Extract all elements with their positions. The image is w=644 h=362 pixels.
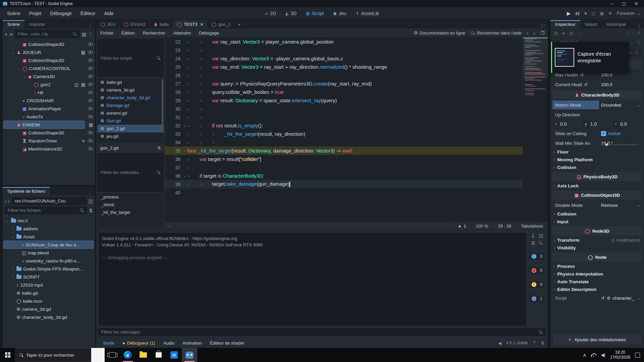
script-item-gun_2.gd[interactable]: ⚙gun_2.gd	[98, 125, 164, 132]
switcher-2d[interactable]: ▱2D	[262, 9, 279, 17]
group-physics-interpolation[interactable]: ›Physics Interpolation	[552, 270, 642, 278]
method-item-_hit_the_target[interactable]: _hit_the_target	[98, 208, 164, 216]
scene-tab-test3[interactable]: ◯TEST3✕	[173, 20, 207, 28]
run-settings-icon[interactable]: ⚙	[608, 11, 612, 16]
taskbar-app-edge[interactable]: e	[120, 348, 136, 362]
tree-expand-icon[interactable]: ›	[11, 275, 15, 279]
chevron-down-icon[interactable]: ⌄	[637, 203, 642, 207]
group-floor[interactable]: ›Floor	[552, 148, 642, 156]
fold-arrow-icon[interactable]: ⌄	[182, 149, 187, 153]
fs-item-balle-tscn[interactable]: ◯balle.tscn	[3, 297, 95, 305]
taskbar-search-input[interactable]: Taper ici pour rechercher	[15, 348, 91, 362]
fs-back-button[interactable]: ‹	[5, 198, 6, 204]
script-item-damage.gd[interactable]: ⚙Damage.gd	[98, 102, 164, 109]
code-line-38[interactable]: 38⌄»if target is CharacterBody3D:	[165, 172, 548, 180]
resource-more-icon[interactable]: ⋮	[578, 31, 582, 36]
methods-sort-button[interactable]: ⇅	[157, 145, 161, 150]
scene-node-gun2[interactable]: ◯gun2◫▤	[3, 80, 95, 88]
tree-expand-icon[interactable]: ›	[11, 227, 15, 231]
start-button[interactable]	[0, 352, 15, 358]
property-wall-min-slide-an[interactable]: Wall Min Slide An15.0 °	[552, 138, 642, 148]
property-disable-mode[interactable]: Disable ModeRemove⌄	[552, 200, 642, 210]
code-line-34[interactable]: 34»»»	[165, 138, 548, 146]
code-line-25[interactable]: 25»»var ray_end: Vector3 = ray_start + r…	[165, 63, 548, 71]
history-forward-icon[interactable]: ›	[632, 31, 634, 36]
switcher-3d[interactable]: ◭3D	[282, 9, 300, 17]
editor-menu-fichier[interactable]: Fichier	[96, 29, 117, 37]
code-line-27[interactable]: 27»»var query := PhysicsRayQueryParamete…	[165, 79, 548, 88]
chevron-down-icon[interactable]: ⌄	[630, 40, 634, 45]
group-collision[interactable]: ›Collision	[552, 210, 642, 218]
fs-item-script[interactable]: ›SCRIPT	[3, 273, 95, 281]
code-line-29[interactable]: 29»»var result: Dictionary = space_state…	[165, 96, 548, 105]
scene-dock-more-button[interactable]: ⋮	[85, 23, 95, 28]
tab-filesystem[interactable]: Système de fichiers	[3, 187, 50, 195]
scripts-filter-input[interactable]: Filtrer les scripts	[98, 39, 164, 77]
new-resource-icon[interactable]: ▤	[554, 31, 558, 36]
tab-scène[interactable]: Scène	[3, 20, 24, 28]
bottom-tab-animation[interactable]: Animation	[179, 339, 205, 347]
axis-x-field[interactable]: x0.0	[553, 121, 581, 127]
pin-bottom-panel-icon[interactable]: ⊤	[533, 341, 536, 346]
group-editor-description[interactable]: ›Editor Description	[552, 286, 642, 293]
minimize-button[interactable]: ─	[610, 1, 613, 6]
scene-node-audiotir[interactable]: ♪AudioTir	[3, 113, 95, 121]
code-line-31[interactable]: 31»»	[165, 113, 548, 121]
volume-icon[interactable]: ◀)	[601, 353, 605, 357]
scene-tab-jeu[interactable]: ◯JEU	[96, 20, 119, 28]
bottom-tab--diteur-de-shader[interactable]: Éditeur de shader	[207, 339, 248, 347]
expand-bottom-panel-icon[interactable]: ⇅	[541, 341, 544, 346]
code-minimap[interactable]	[523, 38, 548, 222]
float-window-icon[interactable]: ❐	[540, 31, 544, 36]
code-line-39[interactable]: 39»»target.take_damage(gun_damage)	[165, 180, 548, 188]
property-tools-icon[interactable]: ⇅	[635, 50, 638, 55]
editor-menu-édition[interactable]: Édition	[117, 29, 139, 37]
task-view-button[interactable]	[105, 348, 120, 362]
minimap-viewport[interactable]	[523, 38, 548, 78]
online-docs-link[interactable]: ⧉Documentation en ligne	[414, 30, 465, 36]
taskbar-app-explorer[interactable]	[136, 348, 151, 362]
code-line-28[interactable]: 28»»query.collide_with_bodies = true	[165, 88, 548, 96]
fs-split-mode-button[interactable]: ◫	[89, 198, 93, 204]
messages-badge[interactable]: !3	[529, 253, 545, 260]
editor-menu-atteindre[interactable]: Atteindre	[169, 29, 195, 37]
current-script-row[interactable]: gun_2.gd ⇅	[98, 144, 164, 152]
switcher-jeu[interactable]: ◉Jeu	[330, 9, 350, 17]
methods-filter-input[interactable]: Filtrer les méthodes	[98, 153, 164, 191]
script-item-jeu.gd[interactable]: ⚙jeu.gd	[98, 132, 164, 140]
history-back-icon[interactable]: ‹	[527, 31, 528, 36]
fs-item-12019-mp3[interactable]: ♪12019.mp3	[3, 281, 95, 289]
menu-projet[interactable]: Projet	[25, 9, 45, 18]
visibility-eye-icon[interactable]	[88, 91, 93, 94]
collapse-scripts-panel-button[interactable]: ‹	[165, 224, 174, 229]
messages-filter-input[interactable]: Filtrer les messages	[98, 328, 546, 336]
property-slider[interactable]	[601, 144, 639, 145]
tree-collapse-icon[interactable]: ⌄	[5, 219, 9, 223]
editor-menu-rechercher[interactable]: Rechercher	[139, 29, 169, 37]
code-line-36[interactable]: 36»var target = result["collider"]	[165, 155, 548, 163]
wifi-icon[interactable]	[591, 353, 596, 357]
filesystem-more-button[interactable]: ⋮	[85, 190, 95, 195]
visibility-eye-icon[interactable]	[88, 75, 93, 78]
errors-badge[interactable]: ✕0	[529, 267, 545, 274]
property-motion-mode[interactable]: Motion ModeGrounded⌄	[552, 100, 642, 110]
menu-aide[interactable]: Aide	[100, 9, 117, 18]
fs-item-addons[interactable]: ›addons	[3, 225, 95, 233]
scene-node-joueur[interactable]: ⌄♟JOUEUR▤	[3, 48, 95, 56]
code-line-26[interactable]: 26»»	[165, 71, 548, 79]
instance-scene-button[interactable]: ∞	[9, 32, 13, 37]
scene-node-meshinstance3d[interactable]: ◪MeshInstance3D	[3, 145, 95, 153]
scene-node-collisionshape3d[interactable]: ▣CollisionShape3D	[3, 129, 95, 137]
menu-éditeur[interactable]: Éditeur	[77, 9, 99, 18]
scene-node-animationplayer[interactable]: ▦AnimationPlayer	[3, 105, 95, 113]
menu-débogage[interactable]: Débogage	[46, 9, 75, 18]
tree-collapse-icon[interactable]: ⌄	[11, 235, 15, 239]
play-button[interactable]: ▶	[567, 11, 571, 16]
scene-node-ennemi[interactable]: ⌄♟ENNEMI▤	[3, 121, 95, 129]
scene-node-hit[interactable]: ↓Hit	[3, 88, 95, 97]
remote-debug-icon[interactable]: ◫	[591, 11, 595, 16]
visibility-eye-icon[interactable]	[88, 83, 93, 86]
attach-script-button[interactable]: ▤	[82, 32, 86, 37]
scene-node-collisionshape3d[interactable]: ▣CollisionShape3D	[3, 40, 95, 48]
code-line-40[interactable]: 40	[165, 188, 548, 197]
